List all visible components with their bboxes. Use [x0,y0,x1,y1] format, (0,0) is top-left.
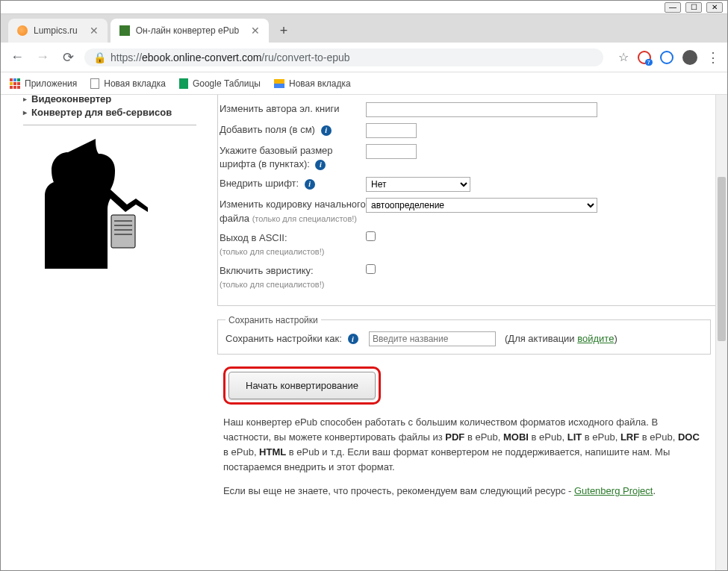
bookmarks-bar: Приложения Новая вкладка Google Таблицы … [1,72,727,95]
sidebar-item-web-converter[interactable]: ▸ Конвертер для веб-сервисов [23,104,196,121]
ascii-checkbox[interactable] [366,231,376,241]
row-basefont: Укажите базовый размер шрифта (в пунктах… [218,141,707,174]
heuristics-checkbox[interactable] [366,264,376,274]
tab-close-icon[interactable]: ✕ [90,25,99,37]
window-maximize-button[interactable]: ☐ [685,2,702,13]
reload-button[interactable]: ⟳ [59,49,77,66]
convert-button-highlight: Начать конвертирование [223,366,381,405]
profile-avatar[interactable] [682,50,697,65]
content: ▸ Видеоконвертер ▸ Конвертер для веб-сер… [1,95,727,571]
save-name-input: Введите название [369,331,496,346]
lock-icon: 🔒 [93,52,106,63]
url-field[interactable]: 🔒 https:// ebook.online-convert.com /ru/… [84,49,603,66]
chevron-right-icon: ▸ [23,95,27,103]
row-heuristics: Включить эвристику: (только для специали… [218,261,707,294]
info-icon[interactable]: i [305,179,315,190]
tab-label: Lumpics.ru [34,25,78,36]
window-minimize-button[interactable]: — [665,2,681,13]
encoding-select[interactable]: автоопределение [366,198,597,213]
margins-input[interactable] [366,123,417,138]
save-settings-fieldset: Сохранить настройки Сохранить настройки … [217,315,711,355]
field-label: Изменить автора эл. книги [220,103,340,114]
sidebar: ▸ Видеоконвертер ▸ Конвертер для веб-сер… [1,95,210,571]
field-label: Выход в ASCII: [220,232,287,243]
bookmark-item[interactable]: Новая вкладка [274,78,351,89]
row-author: Изменить автора эл. книги [218,99,707,120]
tab-label: Он-лайн конвертер ePub [136,25,239,36]
window-titlebar: — ☐ ✕ [1,1,727,14]
field-label: Внедрить шрифт: [220,178,299,189]
basefont-input[interactable] [366,144,417,159]
favicon-convert-icon [119,25,130,36]
start-convert-button[interactable]: Начать конвертирование [228,372,376,399]
sidebar-item-video[interactable]: ▸ Видеоконвертер [23,93,196,104]
url-host: ebook.online-convert.com [142,52,261,63]
scrollbar[interactable] [715,95,727,571]
field-label: Добавить поля (в см) [220,124,315,135]
main-panel: Изменить автора эл. книги Добавить поля … [210,95,727,571]
apps-icon [10,78,20,89]
row-encoding: Изменить кодировку начального файла (тол… [218,195,707,228]
tab-lumpics[interactable]: Lumpics.ru ✕ [8,19,108,43]
sidebar-separator [23,121,196,125]
favicon-lumpics-icon [17,25,28,36]
sidebar-illustration [23,134,158,269]
browser-menu-button[interactable]: ⋮ [706,49,720,66]
apps-button[interactable]: Приложения [10,78,77,89]
image-icon [274,79,284,88]
login-link[interactable]: войдите [577,333,614,344]
info-icon[interactable]: i [315,160,326,170]
field-label: Включить эвристику: [220,265,314,276]
url-path: /ru/convert-to-epub [261,52,349,63]
activation-hint: (Для активации войдите) [505,333,617,344]
sheets-icon [179,78,188,89]
options-panel: Изменить автора эл. книги Добавить поля … [217,95,718,306]
fieldset-legend: Сохранить настройки [225,315,321,325]
window-close-button[interactable]: ✕ [706,2,723,13]
bookmark-label: Новая вкладка [104,78,166,89]
bookmark-label: Google Таблицы [193,78,261,89]
chevron-right-icon: ▸ [23,108,27,116]
tabstrip: Lumpics.ru ✕ Он-лайн конвертер ePub ✕ + [1,14,727,43]
bookmark-item[interactable]: Новая вкладка [90,78,166,89]
row-ascii: Выход в ASCII: (только для специалистов!… [218,228,707,261]
bookmark-label: Приложения [25,78,77,89]
description-text: Наш конвертер ePub способен работать с б… [223,415,706,499]
specialists-note: (только для специалистов!) [252,214,357,223]
address-bar: ← → ⟳ 🔒 https:// ebook.online-convert.co… [1,43,727,72]
forward-button[interactable]: → [34,49,52,66]
url-proto: https:// [111,52,142,63]
field-label: Сохранить настройки как: [225,333,342,344]
info-icon[interactable]: i [348,334,358,344]
scrollbar-thumb[interactable] [718,177,726,341]
tab-epub-converter[interactable]: Он-лайн конвертер ePub ✕ [111,19,269,43]
gutenberg-link[interactable]: Gutenberg Project [574,485,653,496]
specialists-note: (только для специалистов!) [220,247,324,256]
sidebar-item-label: Видеоконвертер [31,93,111,104]
bookmark-label: Новая вкладка [289,78,351,89]
author-input[interactable] [366,102,597,117]
bookmark-star-icon[interactable]: ☆ [618,50,629,64]
row-embed-font: Внедрить шрифт: i Нет [218,174,707,195]
extension-opera-icon[interactable] [638,51,651,64]
extension-globe-icon[interactable] [660,51,673,64]
sidebar-item-label: Конвертер для веб-сервисов [31,107,172,118]
svg-rect-1 [111,215,135,248]
bookmark-item[interactable]: Google Таблицы [179,78,261,89]
row-margins: Добавить поля (в см) i [218,120,707,141]
reader-silhouette-icon [23,134,158,269]
back-button[interactable]: ← [8,49,26,66]
page-icon [90,78,99,89]
specialists-note: (только для специалистов!) [220,280,324,289]
embed-font-select[interactable]: Нет [366,177,470,192]
tab-close-icon[interactable]: ✕ [251,25,260,37]
info-icon[interactable]: i [321,125,332,136]
new-tab-button[interactable]: + [275,22,293,40]
